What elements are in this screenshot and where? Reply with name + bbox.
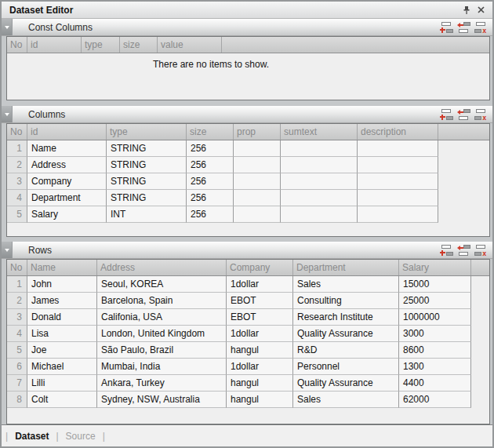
data-cell[interactable]: [358, 190, 438, 206]
column-header-size[interactable]: size: [120, 37, 158, 53]
data-cell[interactable]: 3000: [399, 326, 471, 342]
column-header-id[interactable]: id: [27, 37, 82, 53]
data-cell[interactable]: [281, 173, 358, 190]
data-cell[interactable]: [234, 190, 281, 206]
add-row-button[interactable]: [440, 245, 453, 256]
column-header-type[interactable]: type: [107, 124, 187, 140]
data-cell[interactable]: [358, 140, 438, 157]
data-cell[interactable]: Personnel: [293, 359, 399, 375]
collapse-button[interactable]: [2, 19, 13, 35]
column-header-no[interactable]: No: [7, 37, 27, 53]
data-cell[interactable]: STRING: [107, 157, 187, 173]
data-cell[interactable]: 8600: [399, 342, 471, 359]
data-cell[interactable]: [358, 206, 438, 223]
data-cell[interactable]: Califonia, USA: [97, 309, 227, 326]
column-header-salary[interactable]: Salary: [399, 260, 471, 275]
data-cell[interactable]: Sales: [293, 276, 399, 293]
data-cell[interactable]: INT: [107, 206, 187, 223]
column-header-name[interactable]: Name: [27, 260, 97, 275]
column-header-id[interactable]: id: [27, 124, 107, 140]
data-cell[interactable]: [234, 173, 281, 190]
data-cell[interactable]: Department: [27, 190, 107, 206]
insert-row-button[interactable]: [457, 109, 470, 120]
data-cell[interactable]: 256: [187, 173, 234, 190]
data-cell[interactable]: John: [27, 276, 97, 293]
collapse-button[interactable]: [2, 242, 13, 258]
column-header-address[interactable]: Address: [97, 260, 227, 275]
data-cell[interactable]: Quality Assurance: [293, 375, 399, 392]
data-cell[interactable]: 256: [187, 206, 234, 223]
insert-row-button[interactable]: [457, 245, 470, 256]
column-header-value[interactable]: value: [158, 37, 222, 53]
data-cell[interactable]: [281, 190, 358, 206]
data-cell[interactable]: 15000: [399, 276, 471, 293]
data-cell[interactable]: 256: [187, 140, 234, 157]
data-cell[interactable]: Address: [27, 157, 107, 173]
data-cell[interactable]: EBOT: [227, 309, 293, 326]
data-cell[interactable]: [281, 140, 358, 157]
data-cell[interactable]: 62000: [399, 392, 471, 408]
column-header-no[interactable]: No: [7, 260, 27, 275]
data-cell[interactable]: [358, 157, 438, 173]
data-cell[interactable]: hangul: [227, 375, 293, 392]
delete-row-button[interactable]: x: [474, 109, 488, 120]
data-cell[interactable]: Donald: [27, 309, 97, 326]
data-cell[interactable]: São Paulo, Brazil: [97, 342, 227, 359]
data-cell[interactable]: [234, 140, 281, 157]
delete-row-button[interactable]: x: [474, 22, 488, 33]
tab-source[interactable]: Source: [66, 431, 96, 442]
data-cell[interactable]: STRING: [107, 190, 187, 206]
data-cell[interactable]: Sales: [293, 392, 399, 408]
data-cell[interactable]: R&D: [293, 342, 399, 359]
data-cell[interactable]: Lilli: [27, 375, 97, 392]
data-cell[interactable]: 4400: [399, 375, 471, 392]
insert-row-button[interactable]: [457, 22, 470, 33]
data-cell[interactable]: 256: [187, 157, 234, 173]
data-cell[interactable]: hangul: [227, 342, 293, 359]
data-cell[interactable]: London, United Kingdom: [97, 326, 227, 342]
data-cell[interactable]: [281, 157, 358, 173]
data-cell[interactable]: Sydney, NSW, Australia: [97, 392, 227, 408]
data-cell[interactable]: Ankara, Turkey: [97, 375, 227, 392]
add-row-button[interactable]: [440, 22, 453, 33]
column-header-description[interactable]: description: [358, 124, 438, 140]
data-cell[interactable]: 1300: [399, 359, 471, 375]
data-cell[interactable]: Quality Assurance: [293, 326, 399, 342]
data-cell[interactable]: 1dollar: [227, 359, 293, 375]
column-header-company[interactable]: Company: [227, 260, 293, 275]
column-header-sumtext[interactable]: sumtext: [281, 124, 358, 140]
data-cell[interactable]: Name: [27, 140, 107, 157]
data-cell[interactable]: [234, 157, 281, 173]
column-header-no[interactable]: No: [7, 124, 27, 140]
data-cell[interactable]: 1dollar: [227, 326, 293, 342]
data-cell[interactable]: EBOT: [227, 293, 293, 309]
data-cell[interactable]: STRING: [107, 140, 187, 157]
data-cell[interactable]: James: [27, 293, 97, 309]
data-cell[interactable]: Salary: [27, 206, 107, 223]
data-cell[interactable]: Barcelona, Spain: [97, 293, 227, 309]
data-cell[interactable]: Michael: [27, 359, 97, 375]
data-cell[interactable]: 25000: [399, 293, 471, 309]
add-row-button[interactable]: [440, 109, 453, 120]
data-cell[interactable]: Colt: [27, 392, 97, 408]
data-cell[interactable]: hangul: [227, 392, 293, 408]
delete-row-button[interactable]: x: [474, 245, 488, 256]
tab-dataset[interactable]: Dataset: [15, 431, 49, 442]
pin-button[interactable]: [459, 4, 474, 16]
close-button[interactable]: [474, 4, 488, 16]
data-cell[interactable]: Consulting: [293, 293, 399, 309]
data-cell[interactable]: [358, 173, 438, 190]
data-cell[interactable]: Mumbai, India: [97, 359, 227, 375]
data-cell[interactable]: [234, 206, 281, 223]
data-cell[interactable]: Lisa: [27, 326, 97, 342]
data-cell[interactable]: Seoul, KOREA: [97, 276, 227, 293]
column-header-department[interactable]: Department: [293, 260, 399, 275]
data-cell[interactable]: 256: [187, 190, 234, 206]
data-cell[interactable]: 1dollar: [227, 276, 293, 293]
column-header-size[interactable]: size: [187, 124, 234, 140]
data-cell[interactable]: Company: [27, 173, 107, 190]
collapse-button[interactable]: [2, 106, 13, 122]
data-cell[interactable]: STRING: [107, 173, 187, 190]
data-cell[interactable]: 1000000: [399, 309, 471, 326]
column-header-type[interactable]: type: [82, 37, 120, 53]
